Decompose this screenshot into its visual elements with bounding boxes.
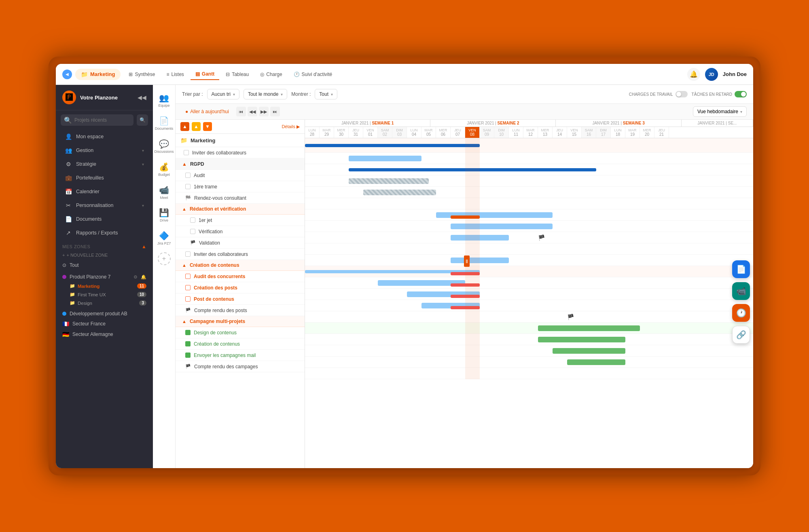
nav-first-button[interactable]: ⏮ <box>236 107 246 116</box>
gantt-bar[interactable] <box>349 168 596 171</box>
task-group-marketing[interactable]: 📁 Marketing <box>176 134 305 147</box>
search-input-wrap: 🔍 <box>61 114 133 126</box>
task-checkbox[interactable] <box>190 217 195 223</box>
sidebar-item-personnalisation[interactable]: ✂ Personnalisation ▾ <box>58 199 150 212</box>
gantt-day: MER20 <box>640 127 654 138</box>
montrer-select[interactable]: Tout ▾ <box>315 89 337 99</box>
expand-all-button[interactable]: ▲ <box>180 122 189 131</box>
notification-button[interactable]: 🔔 <box>687 68 700 81</box>
project-produit-planzone[interactable]: Produit Planzone 7 ⚙ 🔔 <box>56 272 153 282</box>
gantt-bar[interactable] <box>553 348 625 354</box>
collapse-button[interactable]: ◀◀ <box>138 94 146 101</box>
search-submit-button[interactable]: 🔍 <box>137 114 148 126</box>
gantt-bar[interactable] <box>451 235 509 241</box>
gantt-chart[interactable]: JANVIER 2021 | SEMAINE 1 JANVIER 2021 | … <box>305 120 753 468</box>
gantt-bar[interactable] <box>538 337 625 342</box>
task-checkbox[interactable] <box>185 341 191 346</box>
gantt-bar[interactable] <box>451 283 480 287</box>
task-checkbox[interactable] <box>185 285 191 290</box>
widget-link-button[interactable]: 🔗 <box>732 326 750 344</box>
collapse-zones-button[interactable]: ▲ <box>142 244 146 249</box>
zone-tout[interactable]: ⊙ Tout <box>56 260 153 270</box>
quick-icon-budget[interactable]: 💰 Budget <box>155 159 173 180</box>
tab-gantt[interactable]: ▤ Gantt <box>191 69 219 80</box>
tout-le-monde-select[interactable]: Tout le monde ▾ <box>244 89 287 99</box>
task-checkbox[interactable] <box>185 274 191 279</box>
task-checkbox[interactable] <box>185 296 191 302</box>
gantt-bar[interactable] <box>305 144 480 147</box>
widget-docs-button[interactable]: 📄 <box>732 260 750 278</box>
sidebar-item-portefeuilles[interactable]: 💼 Portefeuilles <box>58 171 150 184</box>
task-checkbox[interactable] <box>190 229 195 234</box>
taches-toggle-switch[interactable] <box>735 91 747 97</box>
gantt-bar[interactable] <box>451 224 553 229</box>
section-creation-contenus[interactable]: ▲ Création de contenus <box>176 260 305 271</box>
tab-listes[interactable]: ≡ Listes <box>161 69 188 80</box>
task-checkbox[interactable] <box>185 173 191 178</box>
gantt-bar[interactable] <box>538 325 640 331</box>
charges-toggle-switch[interactable] <box>676 91 688 97</box>
project-dev-produit[interactable]: Développement produit AB <box>56 309 153 319</box>
view-select[interactable]: Vue hebdomadaire ▾ <box>693 106 747 117</box>
nav-next-button[interactable]: ▶▶ <box>259 107 269 116</box>
task-checkbox[interactable] <box>185 251 191 257</box>
project-secteur-allemagne[interactable]: 🇩🇪 Secteur Allemagne <box>56 329 153 340</box>
section-redaction[interactable]: ▲ Rédaction et vérification <box>176 204 305 215</box>
task-checkbox[interactable] <box>185 184 191 189</box>
tab-suivi[interactable]: 🕐 Suivi d'activité <box>289 69 337 80</box>
sub-item-design[interactable]: 📁 Design 3 <box>56 299 153 307</box>
project-tab-marketing[interactable]: 📁 Marketing <box>75 69 121 80</box>
quick-icon-discussions[interactable]: 💬 Discussions <box>155 136 173 157</box>
section-campagne[interactable]: ▲ Campagne multi-projets <box>176 316 305 327</box>
folder-icon: 📁 <box>81 71 88 78</box>
sidebar-item-mon-espace[interactable]: 👤 Mon espace <box>58 130 150 143</box>
task-checkbox[interactable] <box>185 330 191 335</box>
gantt-bar[interactable] <box>451 258 509 263</box>
gantt-bar[interactable] <box>567 359 625 365</box>
project-dot <box>62 312 66 316</box>
gantt-bar[interactable] <box>363 190 436 195</box>
tab-charge[interactable]: ◎ Charge <box>255 69 287 80</box>
tab-tableau[interactable]: ⊟ Tableau <box>221 69 254 80</box>
gantt-bar[interactable] <box>451 272 480 275</box>
task-name: Vérification <box>199 229 300 234</box>
widget-clock-button[interactable]: 🕐 <box>732 304 750 322</box>
quick-icon-equipe[interactable]: 👥 Equipe <box>155 90 173 111</box>
widget-meet-button[interactable]: 📹 <box>732 282 750 300</box>
back-nav-button[interactable]: ◀ <box>62 70 72 79</box>
section-rgpd[interactable]: ▲ RGPD <box>176 158 305 170</box>
sidebar-item-gestion[interactable]: 👥 Gestion ▾ <box>58 144 150 157</box>
sort-button[interactable]: ▼ <box>203 122 212 131</box>
tab-synthese[interactable]: ⊞ Synthèse <box>124 69 160 80</box>
sidebar-item-strategie[interactable]: ⚙ Stratégie ▾ <box>58 158 150 171</box>
sub-item-marketing[interactable]: 📁 Marketing 11 <box>56 282 153 290</box>
quick-icon-drive[interactable]: 💾 Drive <box>155 205 173 226</box>
search-input[interactable] <box>74 115 130 125</box>
sidebar-item-documents[interactable]: 📄 Documents <box>58 213 150 226</box>
details-link[interactable]: Détails ▶ <box>282 124 300 129</box>
new-zone-button[interactable]: + + NOUVELLE ZONE <box>56 250 153 260</box>
gantt-bar[interactable] <box>451 295 480 298</box>
task-checkbox[interactable] <box>184 150 189 155</box>
sidebar-item-rapports[interactable]: ↗ Rapports / Exports <box>58 226 150 239</box>
go-today-button[interactable]: ● Aller à aujourd'hui <box>182 107 232 116</box>
quick-icon-jira[interactable]: 🔷 Jira PZ7 <box>155 228 173 249</box>
quick-icon-meet[interactable]: 📹 Meet <box>155 182 173 203</box>
sidebar-item-calendrier[interactable]: 📅 Calendrier <box>58 185 150 198</box>
gantt-bar[interactable] <box>349 156 421 161</box>
gantt-bar[interactable] <box>349 178 429 184</box>
quick-icon-documents[interactable]: 📄 Documents <box>155 113 173 134</box>
nav-prev-button[interactable]: ◀◀ <box>248 107 257 116</box>
add-integration-button[interactable]: + <box>158 252 171 265</box>
gantt-row <box>305 243 753 255</box>
sub-item-first-time-ux[interactable]: 📁 First Time UX 10 <box>56 290 153 299</box>
nav-last-button[interactable]: ⏭ <box>270 107 280 116</box>
task-checkbox[interactable] <box>185 353 191 358</box>
gantt-bar[interactable] <box>451 215 480 219</box>
charge-icon: ◎ <box>260 72 264 77</box>
project-secteur-france[interactable]: 🇫🇷 Secteur France <box>56 319 153 329</box>
gantt-bar[interactable] <box>451 306 480 309</box>
pause-badge: || <box>464 255 470 267</box>
trier-par-select[interactable]: Aucun tri ▾ <box>207 89 239 99</box>
collapse-all-button[interactable]: ▲ <box>192 122 201 131</box>
